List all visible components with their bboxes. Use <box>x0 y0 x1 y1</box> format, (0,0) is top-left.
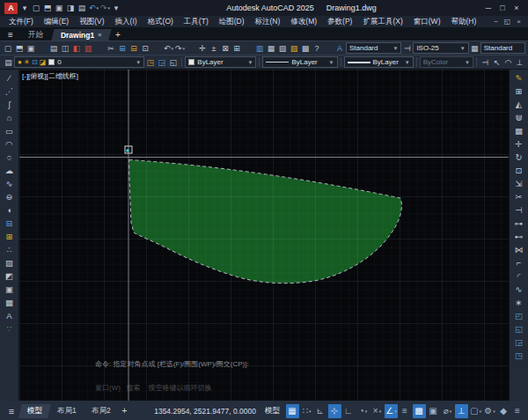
plot-icon[interactable]: ▥ <box>83 42 94 54</box>
plot-icon[interactable]: ▤ <box>77 3 87 14</box>
menu-express[interactable]: 扩展工具(X) <box>357 17 407 27</box>
layer-select[interactable]: ●☀⊡◪ 0 ▼ <box>14 56 144 68</box>
maximize-button[interactable]: □ <box>495 2 510 14</box>
layer-previous-icon[interactable]: ◱ <box>167 56 179 68</box>
doc-close-button[interactable]: × <box>513 17 524 26</box>
dynamic-ucs-toggle[interactable]: ⊥ <box>455 404 468 418</box>
table-style-field[interactable]: Standard <box>480 42 525 54</box>
selection-cycling-toggle[interactable]: ▣ <box>427 404 440 418</box>
plot-style-select[interactable]: ByColor ▼ <box>420 56 473 68</box>
fillet-icon[interactable]: ◜ <box>512 269 526 283</box>
sep[interactable] <box>323 42 334 54</box>
undo-icon[interactable]: ↶▾ <box>89 3 99 14</box>
join-icon[interactable]: ⋈ <box>512 243 526 256</box>
construction-line-icon[interactable]: ⋰ <box>3 85 17 98</box>
paste-icon[interactable]: ⊟ <box>128 42 140 54</box>
dynamic-input-toggle[interactable]: ⊹ <box>328 404 341 418</box>
point-style-icon[interactable]: ∵ <box>3 322 17 335</box>
explode-icon[interactable]: ∗ <box>512 296 526 309</box>
hatch-icon[interactable]: ▨ <box>3 256 17 269</box>
ortho-toggle[interactable]: ∟ <box>342 404 356 418</box>
bring-above-icon[interactable]: ◲ <box>512 335 526 349</box>
cut-icon[interactable]: ✂ <box>106 42 117 54</box>
match-layer-icon[interactable]: ◲ <box>156 56 167 68</box>
open-file-icon[interactable]: ⬒ <box>43 3 53 14</box>
sep[interactable] <box>37 42 48 54</box>
snap-endpoint-icon[interactable]: ↖ <box>491 56 502 68</box>
array-icon[interactable]: ▦ <box>512 124 526 137</box>
viewport-controls-label[interactable]: [-][俯视][二维线框] <box>22 71 78 81</box>
help-icon[interactable]: ? <box>312 42 323 54</box>
blend-curves-icon[interactable]: ∿ <box>512 283 526 296</box>
snap-perpendicular-icon[interactable]: ⊥ <box>514 56 525 68</box>
markup-icon[interactable]: ▩ <box>300 42 312 54</box>
autocad-logo-icon[interactable]: A <box>4 3 18 14</box>
osnap-tracking-toggle[interactable]: ×▾ <box>370 404 384 418</box>
text-style-select[interactable]: Standard▼ <box>346 42 401 54</box>
isodraft-toggle[interactable]: ◔▾ <box>356 404 370 418</box>
layer-properties-manager-icon[interactable]: ▤ <box>3 56 14 68</box>
polygon-icon[interactable]: ⌂ <box>3 111 17 124</box>
insert-block-icon[interactable]: ⊟ <box>3 217 17 230</box>
menu-edit[interactable]: 编辑(E) <box>39 17 74 27</box>
ellipse-icon[interactable]: ⊖ <box>3 190 17 203</box>
text-style-icon[interactable]: A <box>334 42 346 54</box>
send-to-back-icon[interactable]: ◱ <box>512 322 526 335</box>
menu-file[interactable]: 文件(F) <box>4 17 39 27</box>
publish-icon[interactable]: ◧ <box>71 42 83 54</box>
sep[interactable] <box>151 42 163 54</box>
file-tabs-menu-icon[interactable]: ≡ <box>3 29 18 41</box>
menu-parametric[interactable]: 参数(P) <box>322 17 357 27</box>
break-icon[interactable]: ⊷ <box>512 230 526 243</box>
object-color-select[interactable]: ByLayer ▼ <box>185 56 256 68</box>
snap-from-icon[interactable]: ⊣ <box>480 56 491 68</box>
make-layer-current-icon[interactable]: ◳ <box>144 56 156 68</box>
minimize-button[interactable]: ─ <box>481 2 495 14</box>
make-block-icon[interactable]: ⊞ <box>3 230 17 243</box>
menu-dimension[interactable]: 标注(N) <box>250 17 286 27</box>
gradient-icon[interactable]: ◩ <box>3 269 17 283</box>
mtext-icon[interactable]: A <box>3 309 17 322</box>
sep[interactable] <box>243 42 254 54</box>
print-preview-icon[interactable]: ◫ <box>60 42 71 54</box>
menu-format[interactable]: 格式(O) <box>143 17 179 27</box>
infer-constraints-toggle[interactable]: ⊾ <box>314 404 327 418</box>
new-layout-button[interactable]: + <box>118 406 130 416</box>
save-as-icon[interactable]: ◨ <box>66 3 76 14</box>
sheet-set-icon[interactable]: ▨ <box>289 42 300 54</box>
bring-to-front-icon[interactable]: ◰ <box>512 309 526 322</box>
workspace-gear-toggle[interactable]: ⚙▾ <box>483 404 496 418</box>
trim-icon[interactable]: ✂ <box>512 190 526 203</box>
layout2-tab[interactable]: 布局2 <box>83 404 120 418</box>
menu-draw[interactable]: 绘图(D) <box>214 17 250 27</box>
break-at-point-icon[interactable]: ⊶ <box>512 217 526 230</box>
zoom-window-icon[interactable]: ⊠ <box>220 42 231 54</box>
menu-window[interactable]: 窗口(W) <box>408 17 446 27</box>
dim-style-icon[interactable]: ⊣ <box>401 42 413 54</box>
selection-filter-toggle[interactable]: ▢▾ <box>469 404 482 418</box>
circle-icon[interactable]: ○ <box>3 151 17 164</box>
annotation-monitor-toggle[interactable]: ◆ <box>497 404 510 418</box>
properties-palette-icon[interactable]: ▥ <box>254 42 266 54</box>
rectangle-icon[interactable]: ▭ <box>3 124 17 137</box>
tab-drawing1[interactable]: Drawing1 × <box>51 29 111 41</box>
tab-close-icon[interactable]: × <box>98 31 102 39</box>
linetype-select[interactable]: ByLayer ▼ <box>262 56 337 68</box>
send-under-icon[interactable]: ◳ <box>512 349 526 362</box>
menu-view[interactable]: 视图(V) <box>74 17 109 27</box>
3d-osnap-toggle[interactable]: ⌀▾ <box>441 404 454 418</box>
model-tab[interactable]: 模型 <box>18 404 51 418</box>
rotate-icon[interactable]: ↻ <box>512 151 526 164</box>
menu-help[interactable]: 帮助(H) <box>445 17 481 27</box>
grid-toggle[interactable]: ▦ <box>286 404 299 418</box>
undo-icon[interactable]: ↶▾ <box>163 42 174 54</box>
zoom-extents-icon[interactable]: ⊞ <box>231 42 243 54</box>
lineweight-select[interactable]: ByLayer ▼ <box>344 56 414 68</box>
doc-restore-button[interactable]: ◱ <box>502 17 513 26</box>
chamfer-icon[interactable]: ⌐ <box>512 256 526 269</box>
menu-modify[interactable]: 修改(M) <box>285 17 322 27</box>
revision-cloud-icon[interactable]: ☁ <box>3 164 17 177</box>
arc-icon[interactable]: ◠ <box>3 137 17 151</box>
layout1-tab[interactable]: 布局1 <box>48 404 85 418</box>
close-button[interactable]: × <box>510 2 524 14</box>
